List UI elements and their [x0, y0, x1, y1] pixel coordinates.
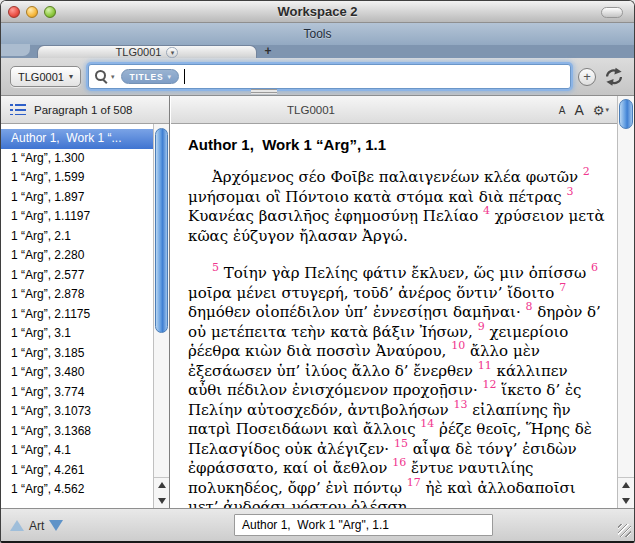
main-scrollbar[interactable]	[617, 96, 634, 508]
content-area: Paragraph 1 of 508 Author 1, Work 1 “...…	[1, 96, 634, 508]
nav-up-button[interactable]	[10, 520, 24, 531]
line-number-link[interactable]: 6	[591, 261, 598, 274]
greek-text: δημόθεν οἰοπέδιλον ὑπ’ ἐννεσίῃσι δαμῆναι…	[188, 303, 521, 321]
nav-label: Art	[29, 519, 44, 533]
list-item[interactable]: 1 “Arg”, 4.261	[1, 461, 153, 481]
paragraph-counter: Paragraph 1 of 508	[34, 104, 132, 116]
scroll-down-button[interactable]	[154, 493, 169, 508]
list-item[interactable]: 1 “Arg”, 1.300	[1, 149, 153, 169]
greek-text: μοῖρα μένει στυγερή, τοῦδ’ ἀνέρος ὅντιν’…	[188, 284, 554, 302]
text-body: Author 1, Work 1 “Arg”, 1.1 Ἀρχόμενος σέ…	[171, 124, 617, 508]
scrollbar-thumb[interactable]	[619, 99, 633, 129]
list-item[interactable]: 1 “Arg”, 2.577	[1, 266, 153, 286]
resize-grip[interactable]	[618, 524, 631, 537]
splitter-grip[interactable]	[251, 89, 277, 94]
greek-paragraph: Ἀρχόμενος σέο Φοῖβε παλαιγενέων κλέα φωτ…	[188, 168, 606, 246]
line-number-link[interactable]: 10	[451, 339, 465, 352]
close-button[interactable]	[8, 6, 20, 18]
scrollbar-thumb[interactable]	[155, 128, 168, 333]
list-item[interactable]: 1 “Arg”, 3.1	[1, 324, 153, 344]
line-number-link[interactable]: 3	[567, 185, 574, 198]
chevron-down-icon: ▾	[605, 106, 609, 114]
line-number-link[interactable]: 5	[212, 261, 219, 274]
sidebar-list: Author 1, Work 1 “...1 “Arg”, 1.3001 “Ar…	[1, 124, 153, 508]
greek-paragraph: 5 Τοίην γὰρ Πελίης φάτιν ἔκλυεν, ὥς μιν …	[188, 264, 606, 508]
window-title: Workspace 2	[1, 1, 634, 22]
line-number-link[interactable]: 16	[392, 456, 406, 469]
list-item[interactable]: 1 “Arg”, 3.1073	[1, 402, 153, 422]
add-search-button[interactable]: +	[578, 68, 596, 86]
citation-nav-control: Art	[10, 509, 63, 542]
text-cursor	[184, 69, 185, 84]
nav-down-button[interactable]	[49, 520, 63, 531]
scroll-down-button[interactable]	[618, 493, 634, 508]
list-view-icon[interactable]	[10, 104, 26, 115]
status-bar: Art Author 1, Work 1 "Arg", 1.1	[1, 508, 634, 541]
font-controls: A A ⚙▾	[559, 96, 609, 124]
tools-label: Tools	[303, 27, 331, 41]
list-item[interactable]: 1 “Arg”, 3.185	[1, 344, 153, 364]
zoom-button[interactable]	[44, 6, 56, 18]
list-item[interactable]: 1 “Arg”, 3.774	[1, 383, 153, 403]
context-dropdown-button[interactable]: TLG0001 ▾	[10, 66, 81, 87]
sidebar-scrollbar[interactable]	[153, 124, 169, 508]
line-number-link[interactable]: 7	[559, 281, 566, 294]
list-item[interactable]: Author 1, Work 1 “...	[1, 129, 153, 149]
chevron-down-icon: ▾	[167, 73, 171, 81]
greek-text: μνήσομαι οἳ Πόντοιο κατὰ στόμα καὶ διὰ π…	[188, 188, 562, 206]
tab-menu-button[interactable]: ▾	[166, 47, 178, 58]
citation-heading: Author 1, Work 1 “Arg”, 1.1	[188, 136, 617, 153]
list-item[interactable]: 1 “Arg”, 2.1	[1, 227, 153, 247]
list-item[interactable]: 1 “Arg”, 2.280	[1, 246, 153, 266]
list-item[interactable]: 1 “Arg”, 1.897	[1, 188, 153, 208]
text-pane-header: TLG0001 A A ⚙▾	[171, 96, 617, 124]
list-item[interactable]: 1 “Arg”, 4.562	[1, 480, 153, 500]
title-bar[interactable]: Workspace 2	[1, 1, 634, 23]
tab-tlg0001[interactable]: TLG0001 ▾	[37, 45, 257, 58]
scroll-up-button[interactable]	[154, 478, 169, 493]
toolbar-toggle-button[interactable]	[601, 7, 623, 18]
citation-input[interactable]: Author 1, Work 1 "Arg", 1.1	[234, 514, 493, 536]
scope-token-label: TITLES	[129, 72, 163, 82]
search-field[interactable]: ▾ TITLES ▾	[88, 64, 571, 89]
new-tab-button[interactable]: +	[259, 45, 277, 58]
app-window: Workspace 2 Tools TLG0001 ▾ + TLG0001 ▾ …	[0, 0, 635, 543]
scroll-up-button[interactable]	[618, 478, 634, 493]
refresh-cycle-icon[interactable]	[603, 67, 625, 87]
greek-text: Ἀρχόμενος σέο Φοῖβε παλαιγενέων κλέα φωτ…	[212, 168, 578, 186]
greek-text: Τοίην γὰρ Πελίης φάτιν ἔκλυεν, ὥς μιν ὀπ…	[224, 264, 586, 282]
search-icon[interactable]	[95, 70, 108, 83]
scope-token-titles[interactable]: TITLES ▾	[121, 69, 179, 84]
sidebar-header: Paragraph 1 of 508	[1, 96, 169, 124]
minimize-button[interactable]	[26, 6, 38, 18]
list-item[interactable]: 1 “Arg”, 2.878	[1, 285, 153, 305]
font-larger-button[interactable]: A	[574, 102, 583, 118]
search-toolbar: TLG0001 ▾ ▾ TITLES ▾ +	[1, 58, 634, 96]
list-item[interactable]: 1 “Arg”, 1.1197	[1, 207, 153, 227]
pane-title: TLG0001	[171, 96, 451, 124]
line-number-link[interactable]: 15	[394, 437, 408, 450]
list-item[interactable]: 1 “Arg”, 3.1368	[1, 422, 153, 442]
chevron-down-icon: ▾	[69, 72, 73, 81]
line-number-link[interactable]: 2	[583, 165, 590, 178]
list-item[interactable]: 1 “Arg”, 1.599	[1, 168, 153, 188]
chevron-down-icon: ▾	[167, 48, 177, 57]
list-item[interactable]: 1 “Arg”, 4.1	[1, 441, 153, 461]
list-item[interactable]: 1 “Arg”, 2.1175	[1, 305, 153, 325]
chevron-down-icon: ▾	[111, 73, 115, 81]
line-number-link[interactable]: 8	[526, 300, 533, 313]
font-smaller-button[interactable]: A	[559, 105, 566, 116]
line-number-link[interactable]: 4	[483, 204, 490, 217]
scrollbar-arrows	[154, 477, 169, 508]
line-number-link[interactable]: 11	[478, 359, 492, 372]
line-number-link[interactable]: 14	[420, 417, 434, 430]
list-item[interactable]: 1 “Arg”, 3.480	[1, 363, 153, 383]
line-number-link[interactable]: 13	[454, 398, 468, 411]
tab-label: TLG0001	[116, 47, 162, 58]
line-number-link[interactable]: 17	[407, 476, 421, 489]
scrollbar-arrows	[618, 477, 634, 508]
tab-bar: TLG0001 ▾ +	[1, 45, 634, 58]
line-number-link[interactable]: 12	[482, 378, 496, 391]
line-number-link[interactable]: 9	[478, 320, 485, 333]
gear-menu-button[interactable]: ⚙▾	[593, 103, 609, 118]
